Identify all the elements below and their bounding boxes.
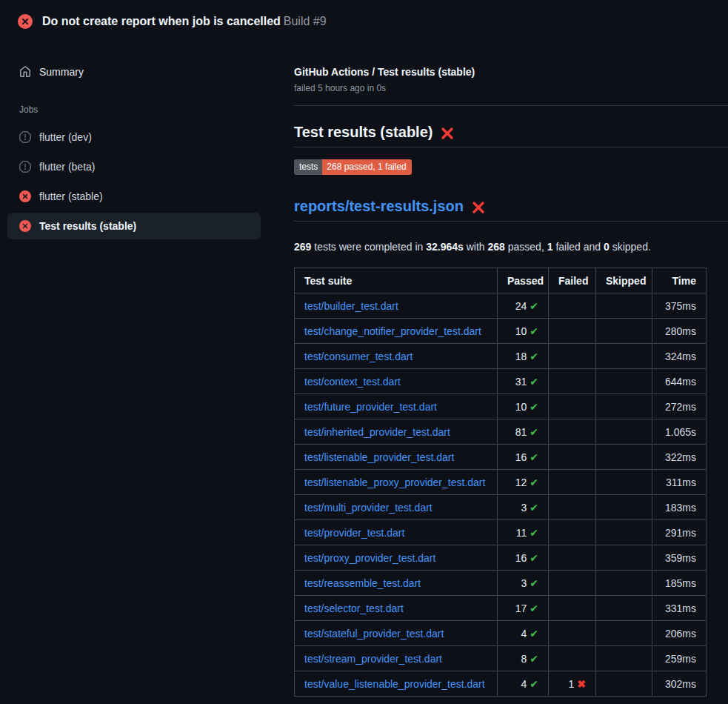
cell-skipped xyxy=(596,319,652,344)
job-label: Test results (stable) xyxy=(39,219,136,233)
table-row: test/reassemble_test.dart3✔185ms xyxy=(295,571,707,596)
section-heading: Test results (stable) xyxy=(294,124,728,147)
table-row: test/listenable_proxy_provider_test.dart… xyxy=(295,470,707,495)
cell-test-suite: test/multi_provider_test.dart xyxy=(295,495,498,520)
test-suite-link[interactable]: test/stateful_provider_test.dart xyxy=(304,628,444,640)
run-failed-icon xyxy=(18,14,33,29)
cell-test-suite: test/stateful_provider_test.dart xyxy=(295,621,498,646)
cell-test-suite: test/provider_test.dart xyxy=(295,520,498,545)
cell-skipped xyxy=(596,571,652,596)
job-label: flutter (stable) xyxy=(39,189,103,204)
cell-failed xyxy=(549,419,596,445)
test-suite-link[interactable]: test/listenable_proxy_provider_test.dart xyxy=(304,476,485,488)
test-suite-link[interactable]: test/future_provider_test.dart xyxy=(304,401,437,413)
cell-passed: 10✔ xyxy=(498,319,549,344)
cell-passed: 17✔ xyxy=(498,596,549,621)
cell-test-suite: test/inherited_provider_test.dart xyxy=(295,419,498,445)
cell-skipped xyxy=(596,445,652,470)
jobs-section-label: Jobs xyxy=(19,104,282,115)
cell-failed xyxy=(549,596,596,621)
check-icon: ✔ xyxy=(530,628,538,640)
cancelled-stop-icon xyxy=(19,131,31,143)
cell-test-suite: test/proxy_provider_test.dart xyxy=(295,545,498,571)
sidebar-item-job[interactable]: flutter (stable) xyxy=(7,183,261,210)
report-file-link[interactable]: reports/test-results.json xyxy=(294,198,464,215)
failed-x-icon xyxy=(471,200,486,215)
check-icon: ✔ xyxy=(530,300,538,312)
test-suite-link[interactable]: test/reassemble_test.dart xyxy=(304,577,421,589)
failed-x-icon xyxy=(440,126,455,141)
run-title: GitHub Actions / Test results (stable) xyxy=(294,65,728,79)
main-content: GitHub Actions / Test results (stable) f… xyxy=(282,41,728,697)
table-row: test/value_listenable_provider_test.dart… xyxy=(295,671,707,697)
cell-time: 324ms xyxy=(652,344,707,369)
test-suite-link[interactable]: test/change_notifier_provider_test.dart xyxy=(304,325,481,337)
test-suite-link[interactable]: test/provider_test.dart xyxy=(304,527,404,539)
cell-skipped xyxy=(596,545,652,571)
test-suite-link[interactable]: test/builder_test.dart xyxy=(304,300,398,312)
cell-time: 311ms xyxy=(652,470,707,495)
cell-skipped xyxy=(596,520,652,545)
test-suite-link[interactable]: test/value_listenable_provider_test.dart xyxy=(304,678,485,690)
badge-label: tests xyxy=(294,159,322,175)
test-suite-link[interactable]: test/selector_test.dart xyxy=(304,602,404,614)
check-icon: ✔ xyxy=(530,602,538,614)
check-icon: ✔ xyxy=(530,401,538,413)
col-header-time: Time xyxy=(652,268,707,293)
test-suite-link[interactable]: test/consumer_test.dart xyxy=(304,351,413,362)
cell-passed: 81✔ xyxy=(498,419,549,445)
run-subtitle: failed 5 hours ago in 0s xyxy=(294,83,728,93)
page-header: Do not create report when job is cancell… xyxy=(0,0,728,41)
cell-skipped xyxy=(596,621,652,646)
cell-time: 280ms xyxy=(652,319,707,344)
check-icon: ✔ xyxy=(530,653,538,665)
cell-passed: 11✔ xyxy=(498,520,549,545)
cell-time: 359ms xyxy=(652,545,707,571)
cell-failed xyxy=(549,445,596,470)
tests-badge[interactable]: tests 268 passed, 1 failed xyxy=(294,159,412,175)
cell-failed xyxy=(549,571,596,596)
report-file-heading[interactable]: reports/test-results.json xyxy=(294,198,728,222)
test-results-table: Test suite Passed Failed Skipped Time te… xyxy=(294,268,707,697)
sidebar-item-job[interactable]: flutter (dev) xyxy=(7,124,261,150)
cell-failed xyxy=(549,470,596,495)
sidebar-item-job[interactable]: flutter (beta) xyxy=(7,153,261,180)
x-circle-fill-icon xyxy=(19,190,31,202)
table-row: test/stateful_provider_test.dart4✔206ms xyxy=(295,621,707,646)
cell-time: 1.065s xyxy=(652,419,707,445)
test-suite-link[interactable]: test/listenable_provider_test.dart xyxy=(304,451,454,463)
check-icon: ✔ xyxy=(530,426,538,438)
cell-failed xyxy=(549,545,596,571)
cell-time: 375ms xyxy=(652,293,707,319)
test-suite-link[interactable]: test/stream_provider_test.dart xyxy=(304,653,442,665)
test-suite-link[interactable]: test/context_test.dart xyxy=(304,376,401,388)
cell-test-suite: test/change_notifier_provider_test.dart xyxy=(295,319,498,344)
sidebar-item-job[interactable]: Test results (stable) xyxy=(7,213,261,239)
table-row: test/selector_test.dart17✔331ms xyxy=(295,596,707,621)
table-row: test/consumer_test.dart18✔324ms xyxy=(295,344,707,369)
cell-test-suite: test/future_provider_test.dart xyxy=(295,394,498,419)
cell-test-suite: test/selector_test.dart xyxy=(295,596,498,621)
cell-test-suite: test/value_listenable_provider_test.dart xyxy=(295,671,498,697)
cell-failed xyxy=(549,646,596,671)
cell-passed: 16✔ xyxy=(498,445,549,470)
cell-passed: 16✔ xyxy=(498,545,549,571)
badge-value: 268 passed, 1 failed xyxy=(322,159,411,175)
sidebar-item-summary[interactable]: Summary xyxy=(7,59,261,84)
cell-time: 183ms xyxy=(652,495,707,520)
table-row: test/proxy_provider_test.dart16✔359ms xyxy=(295,545,707,571)
cell-skipped xyxy=(596,344,652,369)
cell-passed: 4✔ xyxy=(498,671,549,697)
cell-failed xyxy=(549,394,596,419)
cell-failed xyxy=(549,520,596,545)
cell-passed: 3✔ xyxy=(498,571,549,596)
cell-time: 259ms xyxy=(652,646,707,671)
test-suite-link[interactable]: test/multi_provider_test.dart xyxy=(304,502,433,514)
test-suite-link[interactable]: test/inherited_provider_test.dart xyxy=(304,426,450,438)
check-icon: ✔ xyxy=(530,502,538,514)
cell-passed: 4✔ xyxy=(498,621,549,646)
test-suite-link[interactable]: test/proxy_provider_test.dart xyxy=(304,552,435,564)
check-icon: ✔ xyxy=(530,351,538,362)
cell-time: 644ms xyxy=(652,369,707,394)
cell-skipped xyxy=(596,596,652,621)
